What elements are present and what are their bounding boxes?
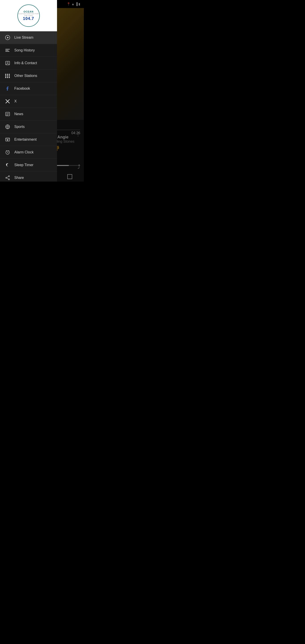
logo-text: OCEAN CUSTOM CRAFTED FOR THE CAPE 104.7 — [18, 10, 39, 21]
menu-item-share[interactable]: Share — [0, 172, 57, 182]
navigation-drawer: OCEAN CUSTOM CRAFTED FOR THE CAPE 104.7 … — [0, 0, 57, 182]
basketball-icon — [4, 124, 11, 130]
menu-item-live-stream[interactable]: Live Stream — [0, 31, 57, 44]
menu-item-alarm-clock[interactable]: Alarm Clock — [0, 146, 57, 159]
svg-rect-10 — [6, 138, 10, 141]
alarm-clock-label: Alarm Clock — [14, 150, 34, 154]
svg-point-20 — [6, 177, 7, 178]
facebook-label: Facebook — [14, 86, 30, 90]
svg-point-19 — [8, 179, 10, 180]
logo-ocean-text: OCEAN — [18, 10, 39, 13]
menu-item-news[interactable]: News — [0, 108, 57, 120]
entertainment-label: Entertainment — [14, 138, 37, 142]
entertainment-icon — [4, 136, 11, 143]
menu-item-sports[interactable]: Sports — [0, 120, 57, 133]
logo-custom-text: CUSTOM CRAFTED FOR THE CAPE — [18, 13, 39, 16]
news-label: News — [14, 112, 23, 116]
menu-item-song-history[interactable]: Song History — [0, 44, 57, 57]
sleep-timer-label: Sleep Timer — [14, 163, 33, 167]
menu-item-facebook[interactable]: Facebook — [0, 82, 57, 95]
facebook-icon — [4, 86, 11, 92]
svg-line-15 — [8, 152, 8, 153]
sports-label: Sports — [14, 125, 24, 129]
svg-point-3 — [7, 62, 8, 63]
share-label: Share — [14, 176, 24, 180]
menu-item-entertainment[interactable]: Entertainment — [0, 133, 57, 146]
song-history-label: Song History — [14, 48, 35, 52]
news-icon — [4, 111, 11, 117]
svg-point-18 — [8, 176, 10, 177]
other-stations-label: Other Stations — [14, 74, 37, 78]
svg-line-21 — [7, 176, 8, 178]
play-icon — [4, 34, 11, 41]
contact-icon — [4, 60, 11, 66]
svg-marker-12 — [7, 139, 9, 141]
menu-item-info-contact[interactable]: Info & Contact — [0, 57, 57, 70]
info-contact-label: Info & Contact — [14, 61, 37, 65]
station-logo: OCEAN CUSTOM CRAFTED FOR THE CAPE 104.7 — [18, 4, 40, 27]
grid-icon — [4, 73, 11, 79]
svg-marker-1 — [7, 37, 9, 38]
x-twitter-icon — [4, 98, 11, 104]
drawer-right-overlay[interactable] — [57, 0, 84, 182]
logo-number-text: 104.7 — [18, 16, 39, 21]
menu-item-x[interactable]: X — [0, 95, 57, 108]
live-stream-label: Live Stream — [14, 36, 33, 40]
drawer-overlay: OCEAN CUSTOM CRAFTED FOR THE CAPE 104.7 … — [0, 0, 84, 182]
svg-line-22 — [7, 178, 8, 179]
share-icon — [4, 175, 11, 181]
menu-item-sleep-timer[interactable]: Sleep Timer — [0, 159, 57, 172]
menu-item-other-stations[interactable]: Other Stations — [0, 70, 57, 82]
music-lines-icon — [4, 47, 11, 54]
drawer-logo-area: OCEAN CUSTOM CRAFTED FOR THE CAPE 104.7 — [0, 0, 57, 31]
x-label: X — [14, 99, 17, 103]
alarm-clock-icon — [4, 149, 11, 156]
moon-icon — [4, 162, 11, 168]
